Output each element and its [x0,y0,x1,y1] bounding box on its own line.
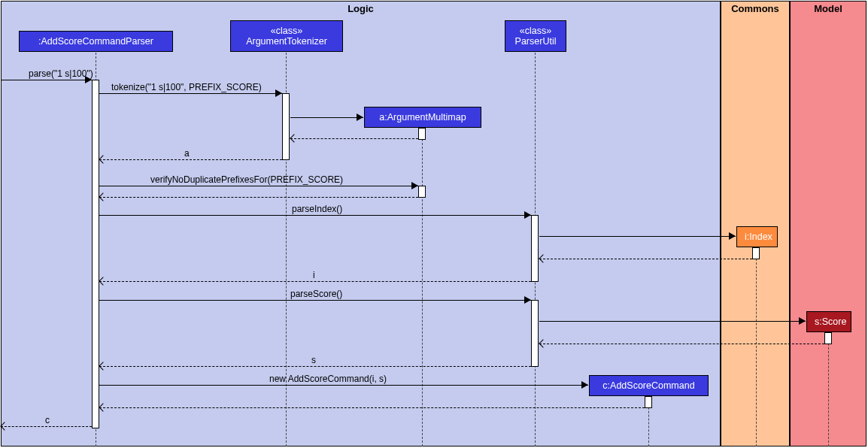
arrow-parsescore [524,296,531,304]
activation-multimap-2 [418,186,426,198]
msg-verify [99,186,418,186]
msg-create-index [539,236,736,237]
msg-return-i-label: i [313,270,315,280]
msg-return-a [99,159,282,160]
activation-parser [92,80,99,428]
arrow-create-index [729,232,736,240]
msg-verify-return [99,197,418,198]
msg-parse-label: parse("1 s|100") [29,68,93,79]
activation-parserutil-1 [531,215,539,282]
participant-index-label: i:Index [745,232,772,242]
msg-parseindex [99,215,531,216]
msg-create-score [539,321,806,322]
msg-newcmd [99,385,588,386]
activation-command [645,396,652,408]
package-model-title: Model [791,3,866,14]
participant-parserutil-stereotype: «class» [520,26,551,36]
arrow-create-score [799,317,806,325]
activation-parserutil-2 [531,300,539,367]
participant-parserutil: «class» ParserUtil [505,20,566,52]
msg-return-c-label: c [45,415,50,425]
msg-newcmd-label: new AddScoreCommand(i, s) [269,374,387,384]
msg-return-multimap [290,138,418,139]
arrow-parseindex [524,211,531,219]
package-logic-title: Logic [2,3,720,14]
msg-return-score [539,344,824,344]
msg-tokenize [99,93,282,94]
participant-multimap: a:ArgumentMultimap [364,107,481,128]
arrow-tokenize [275,89,282,97]
package-commons: Commons [721,1,790,446]
arrow-create-multimap [357,114,363,121]
msg-return-s-label: s [311,355,316,365]
participant-index: i:Index [736,226,778,247]
msg-tokenize-label: tokenize("1 s|100", PREFIX_SCORE) [111,82,262,92]
arrow-verify [411,182,418,189]
msg-return-i [99,281,531,282]
arrow-newcmd [581,381,588,389]
package-commons-title: Commons [721,3,789,14]
msg-create-multimap [290,117,363,118]
participant-score-label: s:Score [815,316,846,327]
msg-parsescore-label: parseScore() [290,289,342,299]
participant-parser: :AddScoreCommandParser [19,31,173,52]
participant-score: s:Score [806,311,851,332]
activation-tokenizer [282,93,290,160]
msg-parse [1,80,92,80]
activation-index [752,247,760,259]
msg-return-s [99,366,531,367]
lifeline-score [828,332,829,446]
msg-verify-label: verifyNoDuplicatePrefixesFor(PREFIX_SCOR… [150,174,343,185]
msg-return-a-label: a [184,148,190,159]
activation-score [824,332,832,344]
msg-return-c [1,426,92,427]
participant-multimap-label: a:ArgumentMultimap [379,112,466,123]
lifeline-multimap [422,128,423,446]
lifeline-index [756,247,757,446]
participant-command-label: c:AddScoreCommand [602,380,694,391]
participant-command: c:AddScoreCommand [589,375,709,396]
participant-tokenizer-stereotype: «class» [271,26,302,36]
participant-tokenizer: «class» ArgumentTokenizer [230,20,343,52]
msg-return-index [539,259,752,259]
participant-tokenizer-label: ArgumentTokenizer [246,36,327,47]
msg-parseindex-label: parseIndex() [292,204,342,214]
msg-parsescore [99,300,531,301]
activation-multimap-1 [418,128,426,140]
participant-parser-label: :AddScoreCommandParser [38,36,153,47]
participant-parserutil-label: ParserUtil [515,36,557,47]
msg-newcmd-return [99,407,645,408]
